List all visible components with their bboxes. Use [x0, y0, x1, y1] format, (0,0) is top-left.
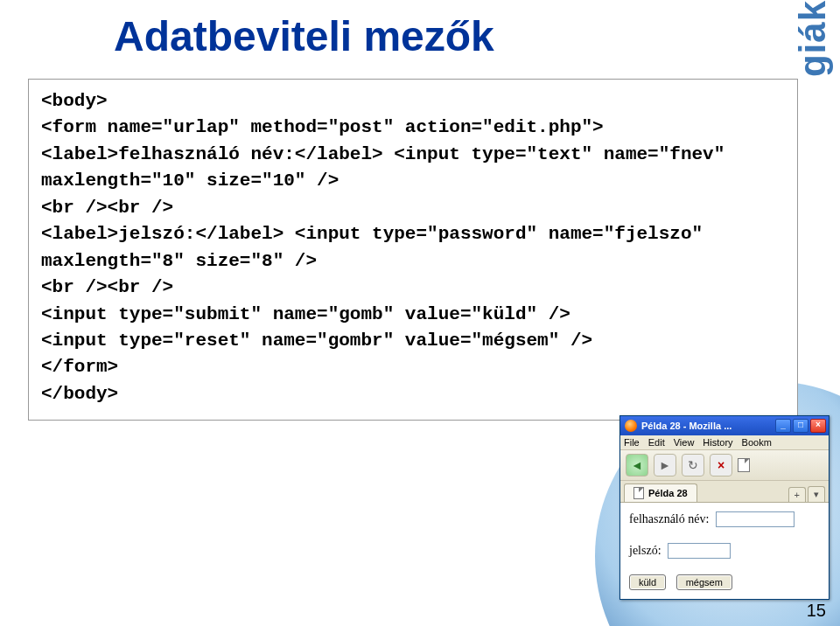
document-icon — [738, 458, 750, 472]
back-button[interactable]: ◄ — [626, 454, 648, 476]
tab-dropdown[interactable]: ▾ — [808, 486, 825, 502]
password-label: jelszó: — [629, 544, 662, 557]
slide-title: Adatbeviteli mezők — [114, 12, 494, 60]
tab-bar: Példa 28 + ▾ — [620, 481, 829, 503]
side-decorative-text: giák — [792, 0, 834, 77]
menu-history[interactable]: History — [703, 437, 732, 448]
maximize-button[interactable]: □ — [793, 419, 808, 433]
window-title: Példa 28 - Mozilla ... — [641, 421, 775, 431]
username-input[interactable] — [716, 511, 794, 527]
menu-edit[interactable]: Edit — [648, 437, 665, 448]
reload-button[interactable]: ↻ — [682, 454, 704, 476]
titlebar: Példa 28 - Mozilla ... _ □ × — [620, 416, 829, 435]
submit-button[interactable]: küld — [629, 574, 666, 590]
tab-label: Példa 28 — [648, 488, 688, 498]
new-tab-button[interactable]: + — [788, 487, 806, 502]
reset-button[interactable]: mégsem — [676, 574, 732, 590]
menu-view[interactable]: View — [674, 437, 695, 448]
username-label: felhasználó név: — [629, 512, 709, 525]
code-example: <body> <form name="urlap" method="post" … — [28, 79, 798, 421]
menubar: File Edit View History Bookm — [620, 435, 829, 450]
minimize-button[interactable]: _ — [775, 419, 791, 433]
stop-button[interactable]: × — [710, 454, 732, 476]
page-number: 15 — [807, 601, 826, 621]
firefox-icon — [625, 420, 637, 432]
menu-bookmarks[interactable]: Bookm — [742, 437, 772, 448]
tab-active[interactable]: Példa 28 — [624, 483, 697, 502]
menu-file[interactable]: File — [624, 437, 640, 448]
forward-button[interactable]: ► — [654, 454, 676, 476]
toolbar: ◄ ► ↻ × — [620, 450, 829, 481]
tab-doc-icon — [634, 487, 644, 499]
page-content: felhasználó név: jelszó: küld mégsem — [620, 503, 829, 599]
close-button[interactable]: × — [810, 419, 826, 433]
password-input[interactable] — [668, 543, 731, 559]
browser-window: Példa 28 - Mozilla ... _ □ × File Edit V… — [620, 415, 830, 600]
